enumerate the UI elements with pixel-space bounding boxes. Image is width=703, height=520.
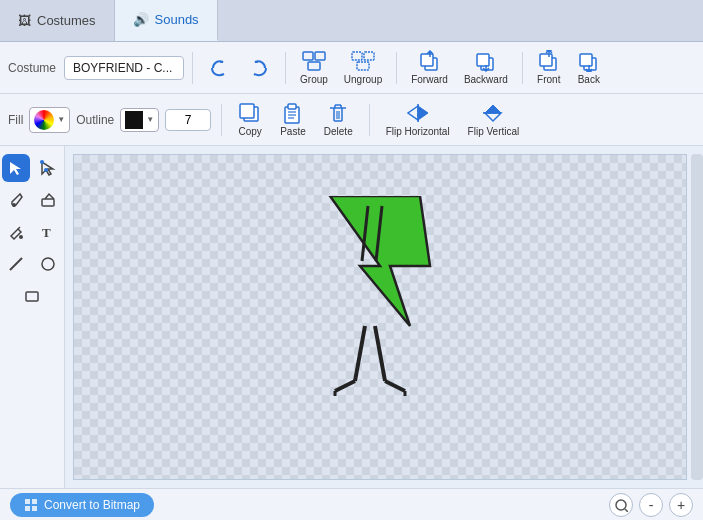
backward-icon bbox=[475, 50, 497, 72]
svg-rect-44 bbox=[26, 292, 38, 301]
group-icon bbox=[301, 50, 327, 72]
delete-button[interactable]: Delete bbox=[318, 98, 359, 141]
svg-point-36 bbox=[40, 160, 44, 164]
tab-bar: 🖼 Costumes 🔊 Sounds bbox=[0, 0, 703, 42]
flip-horizontal-button[interactable]: Flip Horizontal bbox=[380, 98, 456, 141]
delete-label: Delete bbox=[324, 126, 353, 137]
eraser-icon bbox=[40, 192, 56, 208]
svg-point-40 bbox=[19, 235, 23, 239]
svg-rect-0 bbox=[303, 52, 313, 60]
svg-line-59 bbox=[625, 509, 628, 512]
front-button[interactable]: Front bbox=[531, 46, 567, 89]
svg-line-51 bbox=[385, 381, 405, 391]
undo-button[interactable] bbox=[201, 54, 237, 82]
back-icon bbox=[578, 50, 600, 72]
bottom-bar: Convert to Bitmap - + bbox=[0, 488, 703, 520]
separator-4 bbox=[522, 52, 523, 84]
back-button[interactable]: Back bbox=[571, 46, 607, 89]
tool-row-4 bbox=[2, 250, 62, 278]
zoom-in-button[interactable]: + bbox=[669, 493, 693, 517]
paste-icon bbox=[281, 102, 305, 124]
svg-line-50 bbox=[375, 326, 385, 381]
outline-label: Outline bbox=[76, 113, 114, 127]
svg-marker-29 bbox=[408, 106, 418, 120]
reshape-icon bbox=[40, 160, 56, 176]
convert-icon bbox=[24, 498, 38, 512]
ungroup-button[interactable]: Ungroup bbox=[338, 46, 388, 89]
svg-rect-3 bbox=[352, 52, 362, 60]
flip-vertical-button[interactable]: Flip Vertical bbox=[462, 98, 526, 141]
svg-marker-34 bbox=[10, 162, 21, 175]
reshape-tool-button[interactable] bbox=[34, 154, 62, 182]
svg-rect-19 bbox=[288, 104, 296, 109]
toolbar-row1: Costume BOYFRIEND - C... Group bbox=[0, 42, 703, 94]
zoom-out-label: - bbox=[649, 497, 654, 513]
sounds-tab-icon: 🔊 bbox=[133, 12, 149, 27]
svg-line-49 bbox=[335, 381, 355, 391]
flip-v-label: Flip Vertical bbox=[468, 126, 520, 137]
costume-name-field[interactable]: BOYFRIEND - C... bbox=[64, 56, 184, 80]
fill-color-swatch[interactable]: ▼ bbox=[29, 107, 70, 133]
svg-rect-4 bbox=[364, 52, 374, 60]
paste-button[interactable]: Paste bbox=[274, 98, 312, 141]
costumes-tab-label: Costumes bbox=[37, 13, 96, 28]
tab-costumes[interactable]: 🖼 Costumes bbox=[0, 0, 115, 41]
undo-icon bbox=[208, 58, 230, 78]
line-tool-button[interactable] bbox=[2, 250, 30, 278]
brush-icon bbox=[8, 192, 24, 208]
select-tool-button[interactable] bbox=[2, 154, 30, 182]
svg-rect-1 bbox=[315, 52, 325, 60]
backward-label: Backward bbox=[464, 74, 508, 85]
fill-label: Fill bbox=[8, 113, 23, 127]
rect-tool-button[interactable] bbox=[18, 282, 46, 310]
group-button[interactable]: Group bbox=[294, 46, 334, 89]
svg-rect-2 bbox=[308, 62, 320, 70]
toolbar-row2: Fill ▼ Outline ▼ Copy Paste bbox=[0, 94, 703, 146]
copy-label: Copy bbox=[239, 126, 262, 137]
svg-rect-5 bbox=[357, 62, 369, 70]
svg-point-58 bbox=[616, 500, 626, 510]
eraser-tool-button[interactable] bbox=[34, 186, 62, 214]
zoom-out-button[interactable]: - bbox=[639, 493, 663, 517]
tool-row-5 bbox=[18, 282, 46, 310]
outline-color-swatch[interactable]: ▼ bbox=[120, 108, 159, 132]
separator-2 bbox=[285, 52, 286, 84]
size-input[interactable] bbox=[165, 109, 211, 131]
canvas-scrollbar[interactable] bbox=[691, 154, 703, 480]
costume-label: Costume bbox=[8, 61, 56, 75]
circle-tool-button[interactable] bbox=[34, 250, 62, 278]
forward-button[interactable]: Forward bbox=[405, 46, 454, 89]
svg-text:T: T bbox=[42, 225, 51, 240]
forward-icon bbox=[419, 50, 441, 72]
main-area: T bbox=[0, 146, 703, 488]
forward-label: Forward bbox=[411, 74, 448, 85]
flip-h-label: Flip Horizontal bbox=[386, 126, 450, 137]
fill-tool-button[interactable] bbox=[2, 218, 30, 246]
fill-color-circle bbox=[34, 110, 54, 130]
text-tool-button[interactable]: T bbox=[34, 218, 62, 246]
tool-row-1 bbox=[2, 154, 62, 182]
canvas-area[interactable] bbox=[65, 146, 703, 488]
tab-sounds[interactable]: 🔊 Sounds bbox=[115, 0, 218, 41]
flip-h-icon bbox=[404, 102, 432, 124]
svg-rect-55 bbox=[32, 499, 37, 504]
redo-button[interactable] bbox=[241, 54, 277, 82]
svg-point-43 bbox=[42, 258, 54, 270]
backward-button[interactable]: Backward bbox=[458, 46, 514, 89]
circle-tool-icon bbox=[40, 256, 56, 272]
convert-to-bitmap-button[interactable]: Convert to Bitmap bbox=[10, 493, 154, 517]
zoom-fullscreen-icon bbox=[614, 498, 628, 512]
separator-1 bbox=[192, 52, 193, 84]
svg-rect-39 bbox=[42, 199, 54, 206]
svg-marker-30 bbox=[418, 106, 428, 120]
copy-button[interactable]: Copy bbox=[232, 98, 268, 141]
brush-tool-button[interactable] bbox=[2, 186, 30, 214]
separator-6 bbox=[369, 104, 370, 136]
fill-swatch-arrow: ▼ bbox=[57, 115, 65, 124]
zoom-fullscreen-button[interactable] bbox=[609, 493, 633, 517]
ungroup-label: Ungroup bbox=[344, 74, 382, 85]
svg-marker-35 bbox=[42, 162, 53, 175]
svg-rect-57 bbox=[32, 506, 37, 511]
canvas-inner[interactable] bbox=[73, 154, 687, 480]
sounds-tab-label: Sounds bbox=[155, 12, 199, 27]
